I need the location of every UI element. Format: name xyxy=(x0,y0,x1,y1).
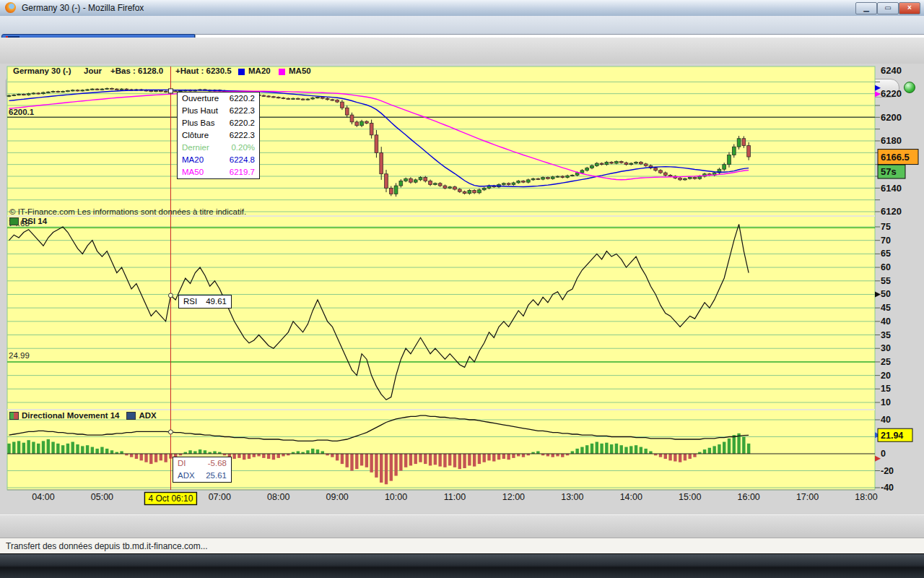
svg-text:40: 40 xyxy=(881,316,891,327)
status-bar: Transfert des données depuis tb.md.it-fi… xyxy=(0,538,924,554)
svg-text:6166.5: 6166.5 xyxy=(881,152,910,163)
svg-text:57s: 57s xyxy=(881,166,897,177)
svg-text:08:00: 08:00 xyxy=(267,492,289,502)
close-button[interactable]: × xyxy=(899,2,920,14)
chart-toolbar: Germany 30 (-) 6166.5 +0.14% 15:59 xyxy=(0,38,924,64)
svg-text:6220: 6220 xyxy=(881,88,902,99)
chart-period[interactable]: Jour xyxy=(84,66,102,75)
window-title: Germany 30 (-) - Mozilla Firefox xyxy=(22,0,144,16)
screen: Germany 30 (-) - Mozilla Firefox ▁ ▭ × I… xyxy=(0,0,924,578)
svg-text:15:00: 15:00 xyxy=(679,492,701,502)
svg-text:35: 35 xyxy=(881,330,891,340)
url-row: IT it-finance.com https://t.md.it-financ… xyxy=(0,16,924,38)
svg-text:14:00: 14:00 xyxy=(620,492,642,502)
svg-text:-20: -20 xyxy=(881,466,894,476)
svg-text:6240: 6240 xyxy=(881,65,902,76)
svg-text:09:00: 09:00 xyxy=(326,492,349,502)
chart-area[interactable]: 6240622062006180616061406120757065605550… xyxy=(6,65,924,509)
svg-text:13:00: 13:00 xyxy=(561,492,583,502)
svg-text:07:00: 07:00 xyxy=(209,492,231,502)
svg-text:10:00: 10:00 xyxy=(385,492,407,502)
svg-text:15: 15 xyxy=(881,384,891,394)
minimize-button[interactable]: ▁ xyxy=(855,2,877,14)
svg-text:25: 25 xyxy=(881,357,891,367)
svg-text:4 Oct 06:10: 4 Oct 06:10 xyxy=(148,493,193,504)
svg-text:50: 50 xyxy=(881,289,891,299)
copyright-text: © IT-Finance.com Les informations sont d… xyxy=(9,207,246,216)
svg-text:45: 45 xyxy=(881,303,891,313)
status-text: Transfert des données depuis tb.md.it-fi… xyxy=(6,538,208,554)
maximize-button[interactable]: ▭ xyxy=(877,2,899,14)
svg-text:0: 0 xyxy=(881,449,886,459)
svg-text:6200: 6200 xyxy=(881,112,902,123)
svg-text:75: 75 xyxy=(881,222,891,232)
svg-text:40: 40 xyxy=(881,415,891,425)
svg-text:65: 65 xyxy=(881,249,891,259)
svg-text:17:00: 17:00 xyxy=(796,492,819,502)
svg-text:6120: 6120 xyxy=(881,206,902,217)
ma20-swatch xyxy=(238,69,245,75)
svg-text:10: 10 xyxy=(881,397,891,407)
adx-tooltip: DI-5.68 ADX25.61 xyxy=(173,457,232,483)
svg-text:21.94: 21.94 xyxy=(881,431,903,441)
taskbar: ▶ ♪ ▲ Forum Forex Tradin... Germany 30 (… xyxy=(0,553,924,578)
svg-text:04:00: 04:00 xyxy=(32,492,54,502)
chart-header: Germany 30 (-) Jour +Bas : 6128.0 +Haut … xyxy=(13,66,388,78)
ohlc-tooltip: Ouverture6220.2 Plus Haut6222.3 Plus Bas… xyxy=(177,92,260,179)
ma20-label: MA20 xyxy=(248,66,271,75)
rsi-tooltip: RSI49.61 xyxy=(178,295,232,309)
price-level-label: 6200.1 xyxy=(9,108,34,116)
dm-legend: Directional Movement 14 ADX xyxy=(9,411,157,420)
rsi-legend: RSI 14 xyxy=(9,217,47,225)
ma50-swatch xyxy=(279,69,285,75)
rsi-swatch xyxy=(9,217,19,225)
title-bar[interactable]: Germany 30 (-) - Mozilla Firefox ▁ ▭ × xyxy=(0,0,924,17)
svg-text:16:00: 16:00 xyxy=(738,492,760,502)
svg-text:55: 55 xyxy=(881,276,891,286)
chart-instrument: Germany 30 (-) xyxy=(13,66,71,75)
bottom-toolbar: Paramètres ◄ ► 5 Minutes ▼ xyxy=(0,514,924,538)
svg-text:60: 60 xyxy=(881,262,891,272)
chart-canvas[interactable]: 6240622062006180616061406120757065605550… xyxy=(6,65,924,509)
svg-text:-40: -40 xyxy=(881,483,894,493)
svg-text:70: 70 xyxy=(881,236,891,246)
session-high: +Haut : 6230.5 xyxy=(175,66,232,75)
svg-text:12:00: 12:00 xyxy=(502,492,525,502)
ma50-label: MA50 xyxy=(289,66,311,75)
svg-text:05:00: 05:00 xyxy=(91,492,113,502)
svg-text:18:00: 18:00 xyxy=(855,492,877,502)
svg-text:30: 30 xyxy=(881,343,891,353)
rsi-lower-level-label: 24.99 xyxy=(9,351,30,360)
svg-text:11:00: 11:00 xyxy=(444,492,466,502)
svg-text:6180: 6180 xyxy=(881,135,902,146)
adx-swatch xyxy=(126,412,136,420)
firefox-icon xyxy=(5,2,16,13)
dm-swatch xyxy=(9,412,19,420)
svg-text:6140: 6140 xyxy=(881,183,902,194)
session-low: +Bas : 6128.0 xyxy=(110,66,163,75)
svg-text:20: 20 xyxy=(881,371,891,381)
